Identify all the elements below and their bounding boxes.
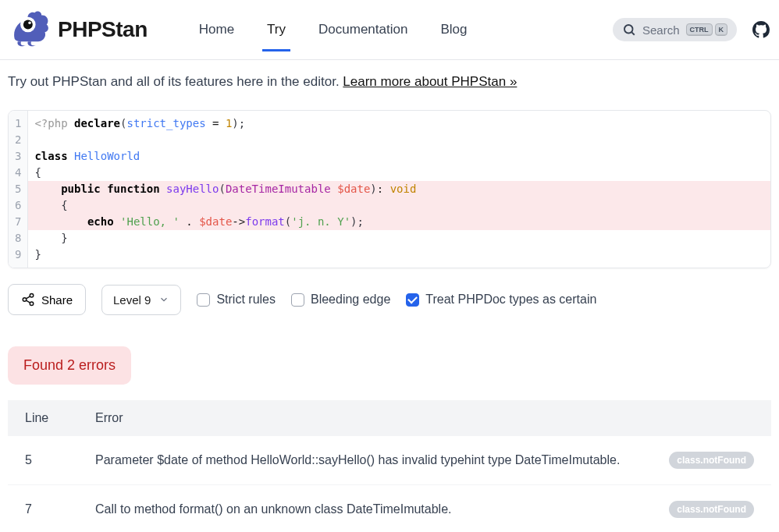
result-summary-badge: Found 2 errors [8, 346, 131, 385]
checkbox-treat-phpdoc-types-as-certain[interactable]: Treat PHPDoc types as certain [406, 293, 596, 307]
error-message: Call to method format() on an unknown cl… [78, 485, 652, 533]
line-number: 8 [9, 230, 27, 246]
editor-controls: Share Level 9 Strict rulesBleeding edgeT… [0, 268, 779, 331]
line-number: 5 [9, 181, 27, 197]
checkbox-strict-rules[interactable]: Strict rules [197, 293, 276, 307]
search-shortcut: CTRL K [686, 23, 728, 36]
col-line: Line [8, 400, 78, 436]
share-icon [21, 293, 35, 307]
line-number: 1 [9, 115, 27, 132]
error-row[interactable]: 5Parameter $date of method HelloWorld::s… [8, 436, 771, 485]
code-line[interactable]: } [28, 246, 770, 263]
svg-point-3 [624, 25, 633, 34]
svg-line-8 [26, 296, 30, 299]
code-line[interactable]: public function sayHello(DateTimeImutabl… [28, 181, 770, 197]
checkbox-bleeding-edge[interactable]: Bleeding edge [291, 293, 390, 307]
error-identifier-badge[interactable]: class.notFound [669, 452, 754, 469]
main-nav: HomeTryDocumentationBlog [194, 8, 472, 51]
svg-point-5 [30, 294, 34, 298]
svg-point-7 [30, 302, 34, 306]
code-editor[interactable]: 123456789 <?php declare(strict_types = 1… [8, 110, 771, 268]
share-button[interactable]: Share [8, 284, 86, 315]
nav-try[interactable]: Try [262, 8, 290, 51]
code-body[interactable]: <?php declare(strict_types = 1);class He… [28, 111, 770, 268]
svg-line-4 [631, 32, 634, 34]
level-select[interactable]: Level 9 [101, 285, 181, 315]
error-row[interactable]: 7Call to method format() on an unknown c… [8, 485, 771, 533]
search-input[interactable]: Search CTRL K [613, 18, 737, 41]
line-number: 2 [9, 132, 27, 148]
svg-point-6 [23, 298, 27, 302]
line-gutter: 123456789 [9, 111, 28, 268]
svg-point-1 [23, 20, 33, 30]
svg-point-2 [28, 22, 30, 24]
search-placeholder: Search [642, 23, 680, 37]
code-line[interactable]: <?php declare(strict_types = 1); [28, 115, 770, 132]
error-line: 5 [8, 436, 78, 485]
code-line[interactable]: echo 'Hello, ' . $date->format('j. n. Y'… [28, 214, 770, 230]
logo[interactable]: PHPStan [9, 11, 148, 48]
line-number: 6 [9, 197, 27, 214]
nav-home[interactable]: Home [194, 8, 239, 51]
brand-name: PHPStan [58, 17, 148, 42]
line-number: 3 [9, 148, 27, 165]
header: PHPStan HomeTryDocumentationBlog Search … [0, 0, 779, 60]
line-number: 7 [9, 214, 27, 230]
nav-documentation[interactable]: Documentation [314, 8, 412, 51]
error-message: Parameter $date of method HelloWorld::sa… [78, 436, 652, 485]
search-icon [622, 23, 636, 37]
line-number: 4 [9, 165, 27, 181]
code-line[interactable]: { [28, 197, 770, 214]
checkbox-icon [197, 293, 210, 307]
code-line[interactable] [28, 132, 770, 148]
header-right: Search CTRL K [613, 18, 770, 41]
code-line[interactable]: } [28, 230, 770, 246]
checkbox-icon [406, 293, 419, 307]
code-line[interactable]: { [28, 165, 770, 181]
code-line[interactable]: class HelloWorld [28, 148, 770, 165]
svg-line-9 [26, 300, 30, 303]
error-identifier-badge[interactable]: class.notFound [669, 501, 754, 518]
checkbox-icon [291, 293, 304, 307]
chevron-down-icon [158, 294, 169, 305]
error-line: 7 [8, 485, 78, 533]
errors-table: Line Error 5Parameter $date of method He… [8, 400, 771, 532]
intro-text: Try out PHPStan and all of its features … [0, 60, 779, 94]
phpstan-logo-icon [9, 11, 50, 48]
nav-blog[interactable]: Blog [436, 8, 471, 51]
col-error: Error [78, 400, 652, 436]
learn-more-link[interactable]: Learn more about PHPStan » [343, 74, 517, 89]
line-number: 9 [9, 246, 27, 263]
github-icon[interactable] [752, 21, 770, 38]
